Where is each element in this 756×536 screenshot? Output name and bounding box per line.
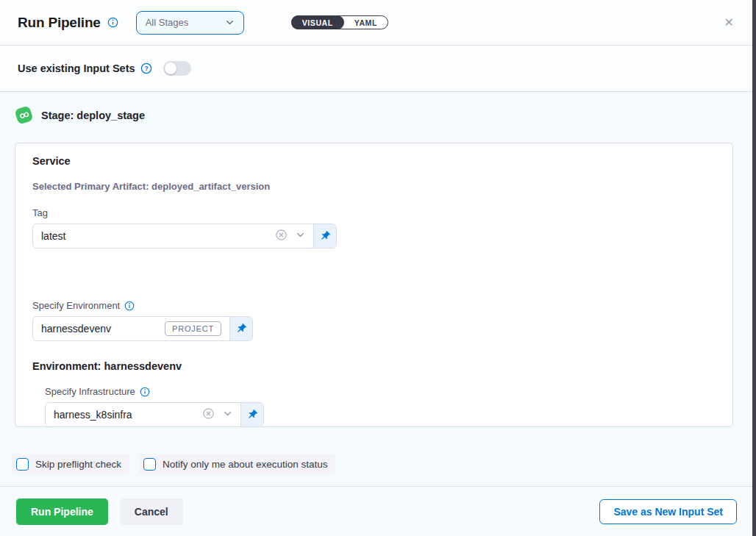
run-pipeline-modal: Run Pipeline All Stages VISUAL YAML ✕ Us… [0,0,756,536]
skip-preflight-option[interactable]: Skip preflight check [12,454,129,474]
input-sets-label: Use existing Input Sets [18,62,135,74]
clear-icon[interactable] [202,407,215,423]
notify-me-option[interactable]: Notify only me about execution status [139,454,335,474]
notify-me-checkbox[interactable] [143,458,156,471]
modal-header: Run Pipeline All Stages VISUAL YAML ✕ [0,0,756,46]
tab-yaml[interactable]: YAML [343,15,388,29]
pin-icon[interactable] [313,224,336,248]
info-icon[interactable] [124,301,135,311]
environment-input[interactable] [33,317,165,340]
environment-label: Specify Environment [32,300,715,311]
input-sets-toggle[interactable] [163,61,191,76]
modal-body: Stage: deploy_stage Service Selected Pri… [0,92,756,486]
save-as-new-input-set-button[interactable]: Save as New Input Set [599,499,737,524]
environment-heading: Environment: harnessdevenv [32,360,715,372]
chevron-down-icon[interactable] [223,408,232,421]
toggle-knob [165,62,176,74]
stage-scope-value: All Stages [146,17,189,28]
pin-icon[interactable] [240,403,263,426]
input-sets-row: Use existing Input Sets ? [0,46,756,92]
info-icon[interactable] [107,17,118,28]
environment-input-group: PROJECT [32,316,253,341]
options-row: Skip preflight check Notify only me abou… [12,454,733,474]
selected-artifact-text: Selected Primary Artifact: deployed_arti… [32,181,715,192]
visual-yaml-toggle: VISUAL YAML [291,15,388,29]
skip-preflight-label: Skip preflight check [35,459,121,470]
tag-label: Tag [32,207,715,218]
cancel-button[interactable]: Cancel [120,499,183,525]
stage-heading: Stage: deploy_stage [41,110,145,121]
clear-icon[interactable] [275,229,288,244]
run-pipeline-button[interactable]: Run Pipeline [16,499,108,525]
stage-scope-dropdown[interactable]: All Stages [136,11,244,35]
backdrop-edge [752,0,756,536]
scope-badge: PROJECT [165,321,221,336]
notify-me-label: Notify only me about execution status [163,459,327,470]
stage-row: Stage: deploy_stage [16,107,733,123]
infrastructure-section: Specify Infrastructure [45,386,715,427]
tab-visual[interactable]: VISUAL [291,15,344,29]
infrastructure-label: Specify Infrastructure [45,386,715,397]
help-icon[interactable]: ? [140,62,152,74]
infrastructure-input[interactable] [46,403,202,426]
infrastructure-input-group [45,402,264,427]
close-icon[interactable]: ✕ [721,14,737,32]
cd-stage-icon [14,105,33,124]
service-card: Service Selected Primary Artifact: deplo… [15,143,733,427]
svg-text:?: ? [144,65,148,72]
skip-preflight-checkbox[interactable] [16,458,29,471]
page-title: Run Pipeline [18,15,101,31]
tag-input-group [32,224,337,249]
service-title: Service [32,155,715,167]
modal-footer: Run Pipeline Cancel Save as New Input Se… [0,486,756,536]
chevron-down-icon [225,18,235,27]
pin-icon[interactable] [229,317,252,340]
tag-input[interactable] [33,224,275,248]
info-icon[interactable] [140,387,150,397]
chevron-down-icon[interactable] [296,229,305,243]
